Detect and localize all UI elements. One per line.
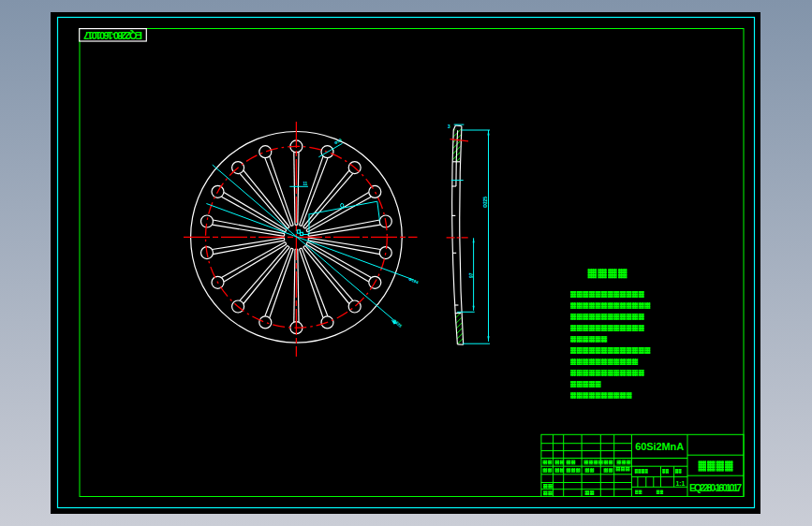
svg-text:3: 3: [448, 124, 450, 129]
svg-text:EQ2280-1601017: EQ2280-1601017: [83, 30, 142, 41]
svg-text:EQ2280-1601017: EQ2280-1601017: [689, 482, 742, 493]
svg-text:60Si2MnA: 60Si2MnA: [635, 441, 684, 452]
svg-text:97: 97: [469, 272, 474, 278]
svg-text:1:1: 1:1: [676, 480, 686, 487]
svg-text:Φ225: Φ225: [483, 197, 488, 208]
svg-text:11: 11: [303, 182, 308, 186]
